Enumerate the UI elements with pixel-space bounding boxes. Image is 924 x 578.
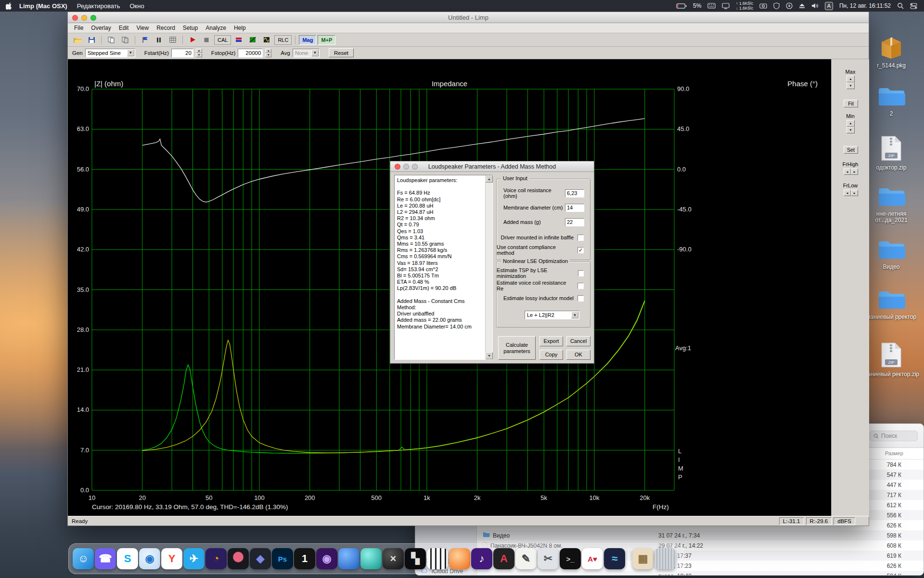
active-app-menu[interactable]: Limp (Mac OSX)	[19, 2, 67, 10]
dock-icon-blue-sphere-app[interactable]	[338, 548, 359, 569]
inductor-model-dropdown[interactable]: Le + L2||R2▼	[525, 311, 579, 319]
dock-icon-photo-app[interactable]: ◉	[316, 548, 337, 569]
dock-icon-dark-sphere-app[interactable]: ×	[383, 548, 404, 569]
user-input-field[interactable]: 22	[565, 218, 584, 226]
dock-icon-archive-app[interactable]: ▦	[632, 548, 654, 569]
limp-menu-file[interactable]: File	[70, 24, 87, 32]
ok-button[interactable]: OK	[566, 350, 590, 360]
open-file-button[interactable]	[71, 35, 84, 45]
keyboard-icon[interactable]	[707, 3, 716, 9]
signal-generator-button[interactable]	[260, 35, 273, 45]
step-right-icon[interactable]: ▸	[851, 169, 858, 175]
checkbox-checked[interactable]: ✓	[578, 247, 584, 253]
desktop-icon-6[interactable]: маниевый рректор	[861, 289, 921, 320]
dock-icon-skype[interactable]: S	[117, 548, 138, 569]
user-input-field[interactable]: 6,23	[565, 189, 584, 197]
minimize-button[interactable]	[81, 15, 87, 21]
dock-icon-firefox[interactable]: ◔	[205, 548, 227, 569]
dialog-titlebar[interactable]: Loudspeaker Parameters - Added Mass Meth…	[390, 161, 594, 172]
finder-search-field[interactable]: Поиск	[870, 431, 918, 441]
apple-menu-icon[interactable]	[6, 2, 13, 10]
step-up-icon[interactable]: ▲	[847, 120, 855, 127]
desktop-icon-5[interactable]: Видео	[861, 238, 921, 270]
averaging-select[interactable]: None▼	[293, 49, 320, 57]
limp-menu-analyze[interactable]: Analyze	[202, 24, 230, 32]
step-right-icon[interactable]: ▸	[851, 190, 858, 196]
step-down-icon[interactable]: ▼	[847, 127, 855, 133]
dock-icon-capture-one[interactable]: 1	[294, 548, 315, 569]
chevron-down-icon[interactable]: ▼	[571, 312, 578, 318]
finder-row[interactable]: Видео31 07 24 г., 7:34598 К	[477, 530, 924, 540]
dock-icon-notes-app[interactable]: ✎	[515, 548, 537, 569]
downloads-icon[interactable]	[786, 2, 793, 9]
spectrum-view-button[interactable]	[246, 35, 259, 45]
dock-icon-aimp[interactable]: A	[493, 548, 514, 569]
record-start-button[interactable]	[186, 35, 199, 45]
network-speed-indicator[interactable]: ↑ 1.6Kб/c ↓ 1.6Kб/c	[736, 1, 753, 11]
marker-flag-button[interactable]	[139, 35, 151, 45]
set-button[interactable]: Set	[844, 146, 858, 154]
frlow-stepper[interactable]: ◂▸	[844, 190, 858, 196]
checkbox[interactable]	[578, 295, 584, 302]
dialog-close-button[interactable]	[395, 164, 400, 170]
dock-icon-orange-sphere-app[interactable]	[449, 548, 470, 569]
limp-menu-overlay[interactable]: Overlay	[87, 24, 115, 32]
desktop-icon-4[interactable]: нне-летняя от...да_2021	[861, 185, 921, 223]
rlc-button[interactable]: RLC	[274, 35, 292, 45]
max-stepper[interactable]: ▲▼	[847, 76, 855, 89]
dock-icon-media-app[interactable]: ◆	[250, 548, 271, 569]
control-center-icon[interactable]	[910, 3, 917, 9]
fstop-input[interactable]: 20000	[238, 49, 263, 57]
fstart-stepper[interactable]: ▲▼	[196, 49, 202, 57]
camera-icon[interactable]	[759, 3, 767, 9]
menubar-clock[interactable]: Пн, 12 авг. 16:11:52	[839, 2, 891, 9]
scroll-down-icon[interactable]: ▼	[486, 352, 493, 359]
battery-icon[interactable]	[676, 3, 687, 9]
fit-button[interactable]: Fit	[844, 100, 858, 107]
parameters-listbox[interactable]: Loudspeaker parameters: Fs = 64.89 HzRe …	[394, 175, 493, 360]
dock-icon-black-box-app[interactable]: ▚	[405, 548, 426, 569]
dock-icon-photoshop[interactable]: Ps	[272, 548, 293, 569]
dock-icon-solitaire[interactable]: A♥	[582, 548, 603, 569]
reset-button[interactable]: Reset	[329, 48, 354, 57]
desktop-icon-3[interactable]: ZIPодоктор.zip	[861, 135, 921, 171]
dialog-zoom-button[interactable]	[412, 164, 418, 170]
step-up-icon[interactable]: ▲	[265, 49, 271, 53]
data-table-button[interactable]	[167, 35, 179, 45]
duplicate-button[interactable]	[119, 35, 131, 45]
checkbox[interactable]	[578, 283, 584, 289]
dock-icon-music-app[interactable]: ♪	[471, 548, 492, 569]
limp-titlebar[interactable]: Untitled - Limp	[68, 12, 869, 23]
user-input-field[interactable]: 14	[565, 204, 584, 212]
fstart-input[interactable]: 20	[171, 49, 193, 57]
cancel-button[interactable]: Cancel	[566, 336, 590, 346]
dock-icon-trash[interactable]	[654, 548, 676, 569]
dock-icon-audio-editor[interactable]: ≈	[604, 548, 625, 569]
desktop-icon-7[interactable]: ZIPманиевый ректор.zip	[861, 342, 921, 378]
min-stepper[interactable]: ▲▼	[847, 120, 855, 133]
listbox-scrollbar[interactable]: ▲ ▼	[485, 175, 492, 359]
volume-icon[interactable]	[811, 3, 819, 9]
step-left-icon[interactable]: ◂	[844, 190, 851, 196]
calibrate-button[interactable]: CAL	[214, 35, 231, 45]
limp-menu-help[interactable]: Help	[230, 24, 250, 32]
step-left-icon[interactable]: ◂	[844, 169, 851, 175]
copy-button[interactable]	[105, 35, 117, 45]
eject-icon[interactable]	[799, 3, 805, 9]
step-up-icon[interactable]: ▲	[847, 76, 855, 82]
frhigh-stepper[interactable]: ◂▸	[844, 169, 858, 175]
export-button[interactable]: Export	[539, 336, 563, 346]
dialog-minimize-button[interactable]	[403, 164, 409, 170]
pause-button[interactable]	[153, 35, 165, 45]
step-down-icon[interactable]: ▼	[265, 53, 271, 57]
desktop-icon-1[interactable]: r_5144.pkg	[861, 35, 921, 69]
zoom-button[interactable]	[90, 15, 96, 21]
dock-icon-yandex-browser[interactable]: Y	[161, 548, 182, 569]
record-stop-button[interactable]	[200, 35, 213, 45]
save-file-button[interactable]	[85, 35, 98, 45]
limp-menu-edit[interactable]: Edit	[115, 24, 133, 32]
dock-icon-teal-sphere-app[interactable]	[360, 548, 382, 569]
step-down-icon[interactable]: ▼	[847, 82, 855, 89]
magnitude-view-toggle[interactable]: Mag	[299, 35, 316, 45]
chevron-down-icon[interactable]: ▼	[127, 50, 134, 56]
